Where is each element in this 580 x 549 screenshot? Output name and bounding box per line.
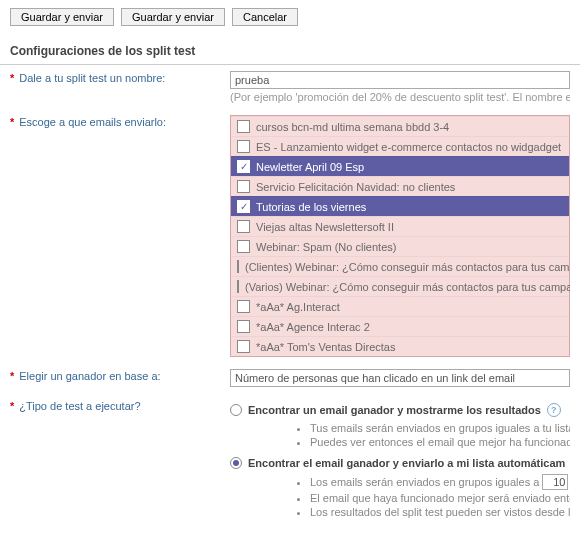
checkbox-icon[interactable] xyxy=(237,340,250,353)
checkbox-icon[interactable] xyxy=(237,220,250,233)
email-item[interactable]: *aAa* Tom's Ventas Directas xyxy=(231,336,569,356)
email-item[interactable]: (Varios) Webinar: ¿Cómo conseguir más co… xyxy=(231,276,569,296)
email-item[interactable]: cursos bcn-md ultima semana bbdd 3-4 xyxy=(231,116,569,136)
percent-input[interactable] xyxy=(542,474,568,490)
row-emails: * Escoge a que emails enviarlo: cursos b… xyxy=(0,109,580,363)
checkbox-icon[interactable] xyxy=(237,180,250,193)
checkbox-icon[interactable] xyxy=(237,300,250,313)
bullet: Tus emails serán enviados en grupos igua… xyxy=(310,421,570,435)
email-item[interactable]: Webinar: Spam (No clientes) xyxy=(231,236,569,256)
checkbox-icon[interactable]: ✓ xyxy=(237,160,250,173)
save-button-1[interactable]: Guardar y enviar xyxy=(10,8,114,26)
email-item-label: (Clientes) Webinar: ¿Cómo conseguir más … xyxy=(245,261,570,273)
bullet: El email que haya funcionado mejor será … xyxy=(310,491,570,505)
email-item-label: Viejas altas Newslettersoft II xyxy=(256,221,394,233)
email-item[interactable]: *aAa* Agence Interac 2 xyxy=(231,316,569,336)
email-list[interactable]: cursos bcn-md ultima semana bbdd 3-4ES -… xyxy=(230,115,570,357)
email-item[interactable]: ✓Newletter April 09 Esp xyxy=(231,156,569,176)
option-1-radio[interactable] xyxy=(230,404,242,416)
bullet: Los resultados del split test pueden ser… xyxy=(310,505,570,519)
required-marker: * xyxy=(10,399,14,414)
checkbox-icon[interactable] xyxy=(237,240,250,253)
option-2-title: Encontrar el email ganador y enviarlo a … xyxy=(248,457,565,469)
email-item-label: Tutorias de los viernes xyxy=(256,201,366,213)
row-winner-basis: * Elegir un ganador en base a: Número de… xyxy=(0,363,580,393)
bullet: Puedes ver entonces el email que mejor h… xyxy=(310,435,570,449)
email-item-label: Servicio Felicitación Navidad: no client… xyxy=(256,181,455,193)
option-1-bullets: Tus emails serán enviados en grupos igua… xyxy=(256,421,570,449)
bullet-text: Los emails serán enviados en grupos igua… xyxy=(310,476,539,488)
section-title: Configuraciones de los split test xyxy=(0,38,580,65)
required-marker: * xyxy=(10,115,14,130)
email-item[interactable]: Viejas altas Newslettersoft II xyxy=(231,216,569,236)
email-item-label: ES - Lanzamiento widget e-commerce conta… xyxy=(256,141,561,153)
label-name: Dale a tu split test un nombre: xyxy=(19,71,165,86)
toolbar: Guardar y enviar Guardar y enviar Cancel… xyxy=(0,0,580,34)
email-item-label: *aAa* Tom's Ventas Directas xyxy=(256,341,395,353)
email-item[interactable]: ES - Lanzamiento widget e-commerce conta… xyxy=(231,136,569,156)
bullet: Los emails serán enviados en grupos igua… xyxy=(310,473,570,491)
name-hint: (Por ejemplo 'promoción del 20% de descu… xyxy=(230,91,570,103)
checkbox-icon[interactable] xyxy=(237,320,250,333)
email-item[interactable]: *aAa* Ag.Interact xyxy=(231,296,569,316)
label-emails: Escoge a que emails enviarlo: xyxy=(19,115,166,130)
email-item-label: *aAa* Ag.Interact xyxy=(256,301,340,313)
row-test-type: * ¿Tipo de test a ejecutar? Encontrar un… xyxy=(0,393,580,533)
name-input[interactable] xyxy=(230,71,570,89)
option-2-block: Encontrar el email ganador y enviarlo a … xyxy=(230,457,570,519)
info-icon[interactable]: ? xyxy=(547,403,561,417)
label-winner-basis: Elegir un ganador en base a: xyxy=(19,369,160,384)
checkbox-icon[interactable]: ✓ xyxy=(237,200,250,213)
option-2-bullets: Los emails serán enviados en grupos igua… xyxy=(256,473,570,519)
cancel-button[interactable]: Cancelar xyxy=(232,8,298,26)
checkbox-icon[interactable] xyxy=(237,280,239,293)
checkbox-icon[interactable] xyxy=(237,140,250,153)
email-item-label: *aAa* Agence Interac 2 xyxy=(256,321,370,333)
checkbox-icon[interactable] xyxy=(237,260,239,273)
email-item-label: cursos bcn-md ultima semana bbdd 3-4 xyxy=(256,121,449,133)
save-button-2[interactable]: Guardar y enviar xyxy=(121,8,225,26)
checkbox-icon[interactable] xyxy=(237,120,250,133)
email-item-label: (Varios) Webinar: ¿Cómo conseguir más co… xyxy=(245,281,570,293)
winner-basis-select[interactable]: Número de personas que han clicado en un… xyxy=(230,369,570,387)
row-name: * Dale a tu split test un nombre: (Por e… xyxy=(0,65,580,109)
email-item-label: Webinar: Spam (No clientes) xyxy=(256,241,396,253)
email-item[interactable]: ✓Tutorias de los viernes xyxy=(231,196,569,216)
option-1-block: Encontrar un email ganador y mostrarme l… xyxy=(230,403,570,449)
email-item[interactable]: (Clientes) Webinar: ¿Cómo conseguir más … xyxy=(231,256,569,276)
required-marker: * xyxy=(10,369,14,384)
option-2-radio[interactable] xyxy=(230,457,242,469)
email-item-label: Newletter April 09 Esp xyxy=(256,161,364,173)
label-test-type: ¿Tipo de test a ejecutar? xyxy=(19,399,140,414)
option-1-title: Encontrar un email ganador y mostrarme l… xyxy=(248,404,541,416)
email-item[interactable]: Servicio Felicitación Navidad: no client… xyxy=(231,176,569,196)
required-marker: * xyxy=(10,71,14,86)
